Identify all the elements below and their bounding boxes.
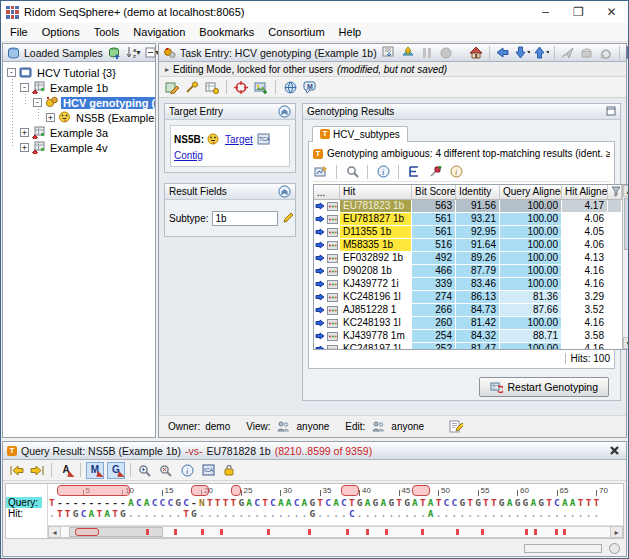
menu-navigation[interactable]: Navigation (126, 24, 192, 40)
expand-node-icon[interactable]: + (46, 113, 55, 122)
open-alignment-icon[interactable] (315, 240, 325, 250)
pause-disabled-icon[interactable] (419, 45, 435, 61)
pin-icon[interactable] (427, 164, 443, 180)
column-header-identity[interactable]: Identity (456, 185, 500, 199)
table-config-icon[interactable] (204, 79, 220, 95)
next-result-icon[interactable] (514, 45, 530, 61)
edit-entry-icon[interactable] (164, 79, 180, 95)
tab-hcv-subtypes[interactable]: T HCV_subtypes (312, 126, 408, 142)
info-icon[interactable]: i (375, 164, 391, 180)
collapse-node-icon[interactable]: - (20, 83, 29, 92)
menu-help[interactable]: Help (332, 24, 369, 40)
minimize-button[interactable]: – (529, 1, 562, 23)
collapse-node-icon[interactable]: - (33, 98, 42, 107)
scroll-right-icon[interactable]: ▸ (610, 526, 623, 538)
export-icon[interactable] (313, 164, 329, 180)
matrix-icon[interactable]: ICA (199, 462, 217, 479)
revert-disabled-icon[interactable] (579, 45, 595, 61)
open-alignment-icon[interactable] (315, 318, 325, 328)
menu-file[interactable]: File (3, 24, 35, 40)
mismatch-m-icon[interactable]: M (86, 462, 104, 479)
edit-subtype-icon[interactable] (282, 210, 294, 226)
expand-node-icon[interactable]: + (20, 143, 29, 152)
home-icon[interactable] (468, 45, 484, 61)
edit-permissions-icon[interactable] (448, 419, 464, 435)
menu-options[interactable]: Options (35, 24, 87, 40)
scroll-down-icon[interactable]: ▼ (623, 337, 629, 349)
alignment-info-icon[interactable]: i (178, 462, 196, 479)
table-row[interactable]: KJ439778 1m25484.3288.713.58 (314, 330, 622, 343)
details-icon[interactable]: i (448, 164, 464, 180)
menu-bookmarks[interactable]: Bookmarks (192, 24, 261, 40)
table-row[interactable]: M58335 1b51691.64100.004.06 (314, 239, 622, 252)
open-alignment-icon[interactable] (315, 227, 325, 237)
table-row[interactable]: D90208 1b46687.79100.004.16 (314, 265, 622, 278)
target-link[interactable]: Target (225, 134, 253, 145)
menu-consortium[interactable]: Consortium (261, 24, 331, 40)
prev-mismatch-icon[interactable] (7, 462, 25, 479)
save-icon[interactable] (625, 45, 629, 61)
collapse-result-fields-icon[interactable] (278, 185, 291, 198)
stop-disabled-icon[interactable] (438, 45, 454, 61)
column-header-hit[interactable]: Hit (340, 185, 412, 199)
zoom-reset-icon[interactable] (157, 462, 175, 479)
menu-tools[interactable]: Tools (87, 24, 127, 40)
table-row[interactable]: EU781823 1b56391.56100.004.17 (314, 200, 622, 213)
lock-icon[interactable] (220, 462, 238, 479)
refresh-disabled-icon[interactable] (598, 45, 614, 61)
table-row[interactable]: KC248197 1l25281.47100.004.16 (314, 343, 622, 349)
scroll-thumb[interactable] (624, 198, 629, 250)
magnifier-icon[interactable] (344, 164, 360, 180)
column-header-query-aligned[interactable]: Query Aligned (500, 185, 562, 199)
column-header-hit-aligned[interactable]: Hit Aligned (562, 185, 608, 199)
tree-view-icon[interactable] (406, 164, 422, 180)
batch-icon[interactable] (381, 45, 397, 61)
close-query-icon[interactable] (606, 443, 622, 459)
zoom-in-icon[interactable] (136, 462, 154, 479)
table-row[interactable]: EF032892 1b49289.26100.004.13 (314, 252, 622, 265)
table-vertical-scrollbar[interactable]: ▲ ▼ (622, 185, 629, 349)
submit-disabled-icon[interactable] (560, 45, 576, 61)
open-alignment-icon[interactable] (315, 266, 325, 276)
prev-result-icon[interactable] (533, 45, 549, 61)
open-alignment-icon[interactable] (315, 331, 325, 341)
column-header-bit-score[interactable]: Bit Score (412, 185, 456, 199)
table-row[interactable]: AJ851228 126684.7387.663.52 (314, 304, 622, 317)
open-alignment-icon[interactable] (315, 292, 325, 302)
scroll-track[interactable] (61, 526, 610, 538)
upload-icon[interactable] (400, 45, 416, 61)
contig-link[interactable]: Contig (174, 150, 203, 161)
tools-icon[interactable] (184, 79, 200, 95)
column-header--[interactable]: ... (314, 185, 340, 199)
open-alignment-icon[interactable] (315, 214, 325, 224)
column-control-icon[interactable] (608, 185, 622, 199)
expand-node-icon[interactable]: + (20, 128, 29, 137)
add-attachment-icon[interactable] (253, 79, 269, 95)
comment-icon[interactable]: M (302, 79, 318, 95)
sort-icon[interactable]: az▼ (126, 45, 142, 61)
open-alignment-icon[interactable] (315, 344, 325, 349)
tree-item-hcv-genotyping-example-1b[interactable]: -HCV genotyping (Example 1b) (3, 95, 155, 110)
tree-item-example-4v[interactable]: +Example 4v (3, 140, 155, 155)
open-alignment-icon[interactable] (315, 253, 325, 263)
annotate-a-icon[interactable]: A (57, 462, 75, 479)
scroll-left-icon[interactable]: ◂ (48, 526, 61, 538)
back-icon[interactable] (495, 45, 511, 61)
table-row[interactable]: KC248193 1l26081.42100.004.16 (314, 317, 622, 330)
tree-item-hcv-tutorial-3[interactable]: -HCV Tutorial {3} (3, 65, 155, 80)
tree-item-ns5b-example-1b[interactable]: +NS5B (Example 1b) (3, 110, 155, 125)
table-row[interactable]: EU781827 1b56193.21100.004.06 (314, 213, 622, 226)
maximize-button[interactable]: ❐ (562, 1, 595, 23)
table-row[interactable]: KJ439772 1i33983.46100.004.16 (314, 278, 622, 291)
open-alignment-icon[interactable] (315, 305, 325, 315)
crosshair-icon[interactable] (233, 79, 249, 95)
close-button[interactable]: ✕ (595, 1, 628, 23)
next-mismatch-icon[interactable] (28, 462, 46, 479)
alignment-scrollbar[interactable]: ◂ ▸ (48, 525, 623, 538)
table-row[interactable]: KC248196 1l27486.1381.363.29 (314, 291, 622, 304)
tree-item-example-3a[interactable]: +Example 3a (3, 125, 155, 140)
subtype-input[interactable] (212, 211, 278, 226)
globe-icon[interactable] (282, 79, 298, 95)
maximize-results-icon[interactable] (606, 106, 616, 116)
table-row[interactable]: D11355 1b56192.95100.004.05 (314, 226, 622, 239)
